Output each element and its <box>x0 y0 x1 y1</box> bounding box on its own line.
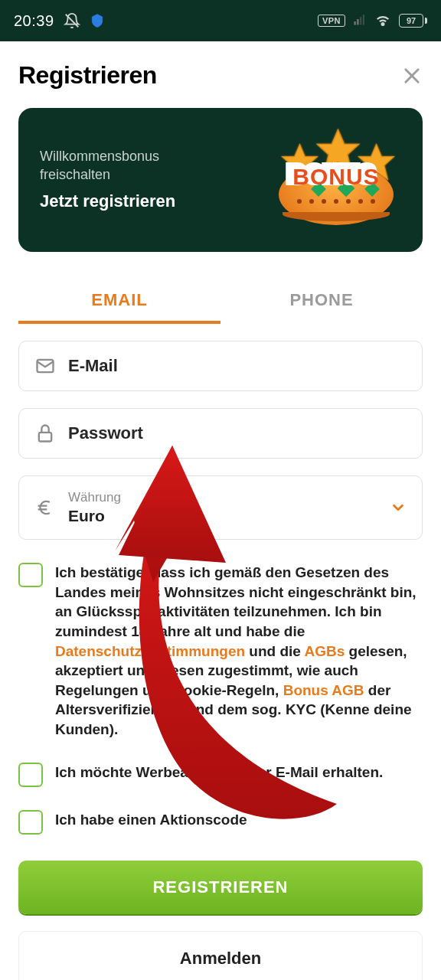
battery-level: 97 <box>399 14 423 28</box>
lock-icon <box>34 423 56 444</box>
shield-icon <box>90 13 105 28</box>
password-input[interactable] <box>68 423 407 443</box>
welcome-bonus-banner[interactable]: Willkommensbonus freischalten Jetzt regi… <box>18 108 423 252</box>
svg-rect-2 <box>357 19 358 25</box>
battery-indicator: 97 <box>399 14 427 28</box>
bonus-agb-link[interactable]: Bonus AGB <box>283 682 364 698</box>
terms-text: Ich bestätige, dass ich gemäß den Gesetz… <box>55 563 423 740</box>
register-button[interactable]: REGISTRIEREN <box>18 861 423 914</box>
agb-link[interactable]: AGBs <box>305 643 345 659</box>
mail-icon <box>34 355 56 377</box>
euro-icon <box>34 497 56 518</box>
email-field-wrapper[interactable] <box>18 341 423 391</box>
mute-icon <box>64 12 80 29</box>
close-icon[interactable] <box>401 65 423 87</box>
chevron-down-icon <box>390 499 407 516</box>
svg-point-5 <box>382 23 384 25</box>
privacy-link[interactable]: Datenschutzbestimmungen <box>55 643 245 659</box>
svg-rect-12 <box>39 433 51 442</box>
promo-checkbox[interactable] <box>18 810 43 835</box>
marketing-checkbox[interactable] <box>18 763 43 787</box>
currency-value: Euro <box>68 507 377 525</box>
banner-cta: Jetzt registrieren <box>40 191 175 211</box>
bonus-graphic: BONUS BONUS <box>271 129 401 229</box>
marketing-text: Ich möchte Werbeangebote per E-Mail erha… <box>55 763 383 782</box>
promo-text: Ich habe einen Aktionscode <box>55 810 247 830</box>
promo-row: Ich habe einen Aktionscode <box>18 810 423 835</box>
currency-label: Währung <box>68 490 377 505</box>
currency-select[interactable]: Währung Euro <box>18 475 423 540</box>
wifi-icon <box>374 11 391 31</box>
status-time: 20:39 <box>14 12 54 30</box>
terms-checkbox[interactable] <box>18 563 43 587</box>
vpn-badge: VPN <box>318 15 345 27</box>
svg-rect-4 <box>363 15 364 25</box>
terms-row: Ich bestätige, dass ich gemäß den Gesetz… <box>18 563 423 740</box>
page-title: Registrieren <box>18 61 157 90</box>
svg-rect-1 <box>354 21 356 25</box>
svg-rect-3 <box>360 17 361 25</box>
status-bar: 20:39 VPN 97 <box>0 0 441 41</box>
signal-icon <box>353 12 367 29</box>
tab-phone[interactable]: PHONE <box>220 279 423 324</box>
banner-subtitle: Willkommensbonus freischalten <box>40 147 175 185</box>
password-field-wrapper[interactable] <box>18 408 423 459</box>
bonus-label: BONUS BONUS <box>292 164 379 190</box>
login-button[interactable]: Anmelden <box>18 931 423 980</box>
tab-email[interactable]: EMAIL <box>18 279 220 324</box>
marketing-row: Ich möchte Werbeangebote per E-Mail erha… <box>18 763 423 787</box>
email-input[interactable] <box>68 356 407 376</box>
auth-tabs: EMAIL PHONE <box>18 279 423 324</box>
